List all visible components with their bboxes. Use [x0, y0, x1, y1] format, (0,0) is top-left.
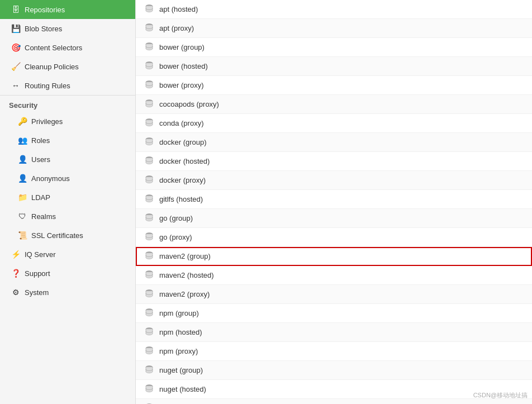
repository-name: nuget (hosted) — [159, 385, 206, 393]
repository-item[interactable]: go (group) — [136, 209, 532, 228]
database-icon — [145, 118, 154, 129]
repository-item[interactable]: docker (group) — [136, 133, 532, 152]
sidebar-label-routing-rules: Routing Rules — [25, 82, 70, 90]
repository-name: conda (proxy) — [159, 119, 203, 127]
sidebar-item-system[interactable]: ⚙System — [0, 283, 135, 302]
database-icon — [145, 194, 154, 205]
sidebar-item-content-selectors[interactable]: 🎯Content Selectors — [0, 38, 135, 57]
content-selectors-icon: 🎯 — [11, 43, 20, 52]
repository-name: nuget (group) — [159, 366, 203, 374]
repository-item[interactable]: nuget (proxy) — [136, 399, 532, 404]
cleanup-policies-icon: 🧹 — [11, 62, 20, 71]
repository-item[interactable]: npm (group) — [136, 304, 532, 323]
sidebar-label-ldap: LDAP — [31, 193, 50, 202]
repository-item[interactable]: maven2 (group) — [136, 247, 532, 266]
database-icon — [145, 175, 154, 186]
sidebar-label-system: System — [25, 288, 49, 297]
repository-item[interactable]: maven2 (proxy) — [136, 285, 532, 304]
iq-server-icon: ⚡ — [11, 250, 20, 259]
database-icon — [145, 251, 154, 262]
database-icon — [145, 346, 154, 357]
realms-icon: 🛡 — [18, 212, 27, 221]
repository-item[interactable]: cocoapods (proxy) — [136, 95, 532, 114]
repository-item[interactable]: nuget (hosted) — [136, 380, 532, 399]
repository-name: cocoapods (proxy) — [159, 100, 219, 108]
sidebar-label-iq-server: IQ Server — [25, 250, 56, 259]
sidebar-item-ldap[interactable]: 📁LDAP — [0, 188, 135, 207]
sidebar-item-support[interactable]: ❓Support — [0, 264, 135, 283]
sidebar-item-privileges[interactable]: 🔑Privileges — [0, 112, 135, 131]
database-icon — [145, 23, 154, 34]
database-icon — [145, 80, 154, 91]
repository-item[interactable]: docker (hosted) — [136, 152, 532, 171]
users-icon: 👤 — [18, 155, 27, 164]
sidebar-item-realms[interactable]: 🛡Realms — [0, 207, 135, 226]
repository-item[interactable]: npm (proxy) — [136, 342, 532, 361]
repositories-icon: 🗄 — [11, 5, 20, 14]
ldap-icon: 📁 — [18, 193, 27, 202]
repository-item[interactable]: gitlfs (hosted) — [136, 190, 532, 209]
routing-rules-icon: ↔ — [11, 81, 20, 90]
repository-name: npm (group) — [159, 309, 199, 317]
roles-icon: 👥 — [18, 136, 27, 145]
repository-item[interactable]: npm (hosted) — [136, 323, 532, 342]
repository-name: bower (group) — [159, 43, 205, 51]
database-icon — [145, 156, 154, 167]
repository-name: bower (proxy) — [159, 81, 203, 89]
database-icon — [145, 270, 154, 281]
sidebar-label-users: Users — [31, 155, 50, 164]
database-icon — [145, 308, 154, 319]
repository-name: bower (hosted) — [159, 62, 208, 70]
repository-name: maven2 (hosted) — [159, 271, 214, 279]
sidebar-label-anonymous: Anonymous — [31, 174, 70, 183]
sidebar-item-users[interactable]: 👤Users — [0, 150, 135, 169]
repository-item[interactable]: go (proxy) — [136, 228, 532, 247]
repository-name: go (proxy) — [159, 233, 192, 241]
sidebar-item-routing-rules[interactable]: ↔Routing Rules — [0, 76, 135, 95]
sidebar-label-repositories: Repositories — [25, 6, 65, 14]
database-icon — [145, 365, 154, 376]
repository-list: apt (hosted) apt (proxy) bower (group) b… — [136, 0, 532, 404]
sidebar-item-iq-server[interactable]: ⚡IQ Server — [0, 245, 135, 264]
ssl-certificates-icon: 📜 — [18, 231, 27, 240]
database-icon — [145, 4, 154, 15]
database-icon — [145, 327, 154, 338]
repository-item[interactable]: maven2 (hosted) — [136, 266, 532, 285]
repository-item[interactable]: apt (proxy) — [136, 19, 532, 38]
sidebar: 🗄Repositories💾Blob Stores🎯Content Select… — [0, 0, 136, 404]
repository-item[interactable]: bower (proxy) — [136, 76, 532, 95]
sidebar-header-security-header: Security — [0, 95, 135, 112]
blob-stores-icon: 💾 — [11, 24, 20, 33]
database-icon — [145, 232, 154, 243]
database-icon — [145, 61, 154, 72]
repository-item[interactable]: conda (proxy) — [136, 114, 532, 133]
repository-name: npm (proxy) — [159, 347, 198, 355]
repository-item[interactable]: apt (hosted) — [136, 0, 532, 19]
main-content: apt (hosted) apt (proxy) bower (group) b… — [136, 0, 532, 404]
sidebar-item-roles[interactable]: 👥Roles — [0, 131, 135, 150]
sidebar-label-realms: Realms — [31, 212, 56, 221]
sidebar-item-cleanup-policies[interactable]: 🧹Cleanup Policies — [0, 57, 135, 76]
sidebar-item-blob-stores[interactable]: 💾Blob Stores — [0, 19, 135, 38]
repository-item[interactable]: bower (group) — [136, 38, 532, 57]
sidebar-item-repositories[interactable]: 🗄Repositories — [0, 0, 135, 19]
sidebar-item-anonymous[interactable]: 👤Anonymous — [0, 169, 135, 188]
database-icon — [145, 42, 154, 53]
database-icon — [145, 213, 154, 224]
sidebar-label-blob-stores: Blob Stores — [25, 25, 62, 33]
sidebar-label-ssl-certificates: SSL Certificates — [31, 231, 83, 240]
repository-item[interactable]: nuget (group) — [136, 361, 532, 380]
repository-name: docker (proxy) — [159, 176, 206, 184]
repository-item[interactable]: docker (proxy) — [136, 171, 532, 190]
sidebar-label-cleanup-policies: Cleanup Policies — [25, 63, 79, 71]
sidebar-item-ssl-certificates[interactable]: 📜SSL Certificates — [0, 226, 135, 245]
repository-item[interactable]: bower (hosted) — [136, 57, 532, 76]
sidebar-label-roles: Roles — [31, 136, 50, 145]
database-icon — [145, 384, 154, 395]
repository-name: npm (hosted) — [159, 328, 202, 336]
repository-name: docker (hosted) — [159, 157, 210, 165]
repository-name: maven2 (proxy) — [159, 290, 210, 298]
system-icon: ⚙ — [11, 288, 20, 297]
database-icon — [145, 289, 154, 300]
repository-name: go (group) — [159, 214, 193, 222]
